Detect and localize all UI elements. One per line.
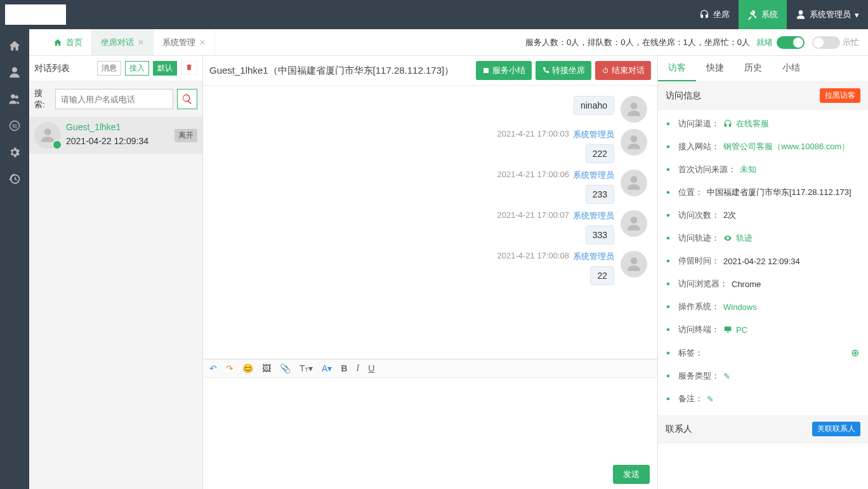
admin-label: 系统管理员 <box>810 9 851 20</box>
logo <box>5 4 66 25</box>
user-icon <box>796 10 806 20</box>
chevron-down-icon: ▾ <box>855 10 859 20</box>
system-button[interactable]: 系统 <box>739 0 787 29</box>
seat-label: 坐席 <box>713 9 730 20</box>
topbar: 坐席 系统 系统管理员 ▾ <box>0 0 868 29</box>
tools-icon <box>747 10 758 20</box>
headset-icon <box>699 10 709 20</box>
system-label: 系统 <box>761 9 778 20</box>
seat-button[interactable]: 坐席 <box>690 0 739 29</box>
admin-menu[interactable]: 系统管理员 ▾ <box>787 0 868 29</box>
